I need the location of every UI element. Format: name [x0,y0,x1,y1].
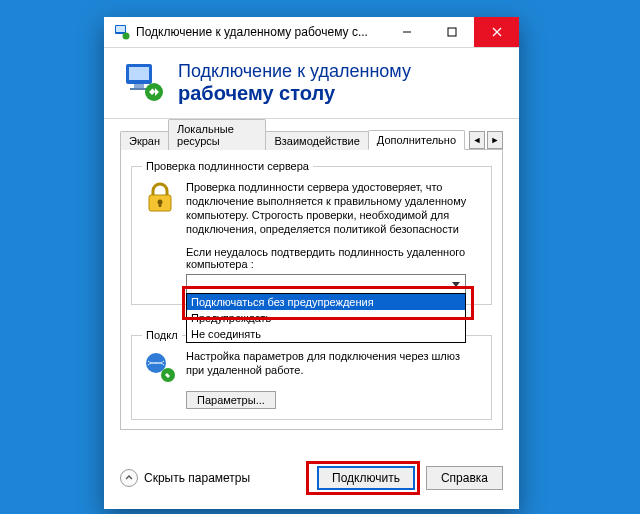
dialog-footer: Скрыть параметры Подключить Справка [104,451,519,509]
help-button[interactable]: Справка [426,466,503,490]
titlebar: Подключение к удаленному рабочему с... [104,17,519,48]
tab-advanced[interactable]: Дополнительно [368,130,465,150]
dropdown-option-warn[interactable]: Предупреждать [187,310,465,326]
dialog-header: Подключение к удаленному рабочему столу [104,48,519,119]
app-icon [114,24,130,40]
dropdown-option-connect-no-warning[interactable]: Подключаться без предупреждения [187,294,465,310]
tab-experience[interactable]: Взаимодействие [265,131,368,150]
gateway-settings-button[interactable]: Параметры... [186,391,276,409]
tab-content-advanced: Проверка подлинности сервера Проверка по… [120,150,503,430]
globe-connect-icon [142,349,178,385]
dropdown-option-do-not-connect[interactable]: Не соединять [187,326,465,342]
svg-point-2 [123,33,130,40]
header-title-line1: Подключение к удаленному [178,60,411,82]
group-gateway-legend: Подкл [142,329,182,341]
group-server-auth-legend: Проверка подлинности сервера [142,160,313,172]
chevron-up-icon [120,469,138,487]
minimize-button[interactable] [384,17,429,47]
svg-rect-4 [448,28,456,36]
tab-display[interactable]: Экран [120,131,169,150]
tab-scroll-right[interactable]: ► [487,131,503,149]
highlight-connect-button: Подключить [306,461,420,495]
header-title-line2: рабочему столу [178,82,411,104]
auth-fail-action-dropdown: Подключаться без предупреждения Предупре… [186,293,466,343]
gateway-description: Настройка параметров для подключения чер… [186,349,481,385]
toggle-options[interactable]: Скрыть параметры [120,469,306,487]
group-server-auth: Проверка подлинности сервера Проверка по… [131,160,492,305]
svg-rect-1 [116,26,125,32]
tab-scroll-left[interactable]: ◄ [469,131,485,149]
lock-icon [142,180,178,216]
svg-rect-9 [134,84,144,88]
connect-button[interactable]: Подключить [317,466,415,490]
auth-fail-action-select[interactable] [186,274,466,294]
svg-rect-14 [159,202,162,207]
maximize-button[interactable] [429,17,474,47]
rdp-header-icon [122,60,166,104]
server-auth-description: Проверка подлинности сервера удостоверяе… [186,180,481,236]
close-button[interactable] [474,17,519,47]
window-title: Подключение к удаленному рабочему с... [136,25,384,39]
tab-local-resources[interactable]: Локальные ресурсы [168,119,266,150]
rdp-dialog-window: Подключение к удаленному рабочему с... [104,17,519,509]
svg-rect-8 [129,67,149,80]
server-auth-sub-label: Если неудалось подтвердить подлинность у… [186,246,481,270]
tabs-bar: Экран Локальные ресурсы Взаимодействие Д… [120,127,503,150]
toggle-options-label: Скрыть параметры [144,471,250,485]
